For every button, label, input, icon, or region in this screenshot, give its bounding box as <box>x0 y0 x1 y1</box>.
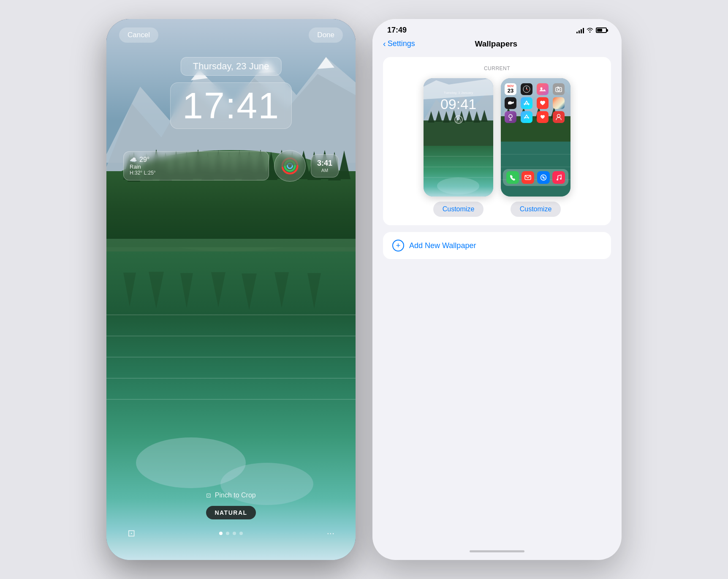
svg-point-101 <box>560 178 562 180</box>
lock-preview-background: Tuesday, 3 January 09:41 <box>424 78 493 197</box>
lock-time-mini: 09:41 <box>440 96 476 112</box>
lock-indicator-icon <box>454 115 463 124</box>
right-phone: 17:49 ‹ Settings <box>372 19 622 560</box>
svg-line-83 <box>527 89 528 90</box>
weather-widget: ☁️ 29° Rain H:32° L:25° <box>123 151 269 180</box>
section-label: CURRENT <box>391 66 603 71</box>
app-dock <box>503 169 568 186</box>
weather-range: H:32° L:25° <box>130 170 263 176</box>
back-chevron-icon: ‹ <box>383 39 386 49</box>
nav-bar: ‹ Settings Wallpapers <box>372 35 622 54</box>
svg-rect-88 <box>557 87 559 88</box>
cancel-button[interactable]: Cancel <box>119 27 158 43</box>
add-wallpaper-row[interactable]: + Add New Wallpaper <box>383 232 611 259</box>
home-screen-preview: NOV 23 <box>501 78 570 197</box>
camera-app-icon <box>553 83 565 95</box>
app3-icon <box>537 111 549 123</box>
calendar-app-icon: NOV 23 <box>505 83 516 95</box>
clock-app-icon <box>521 83 532 95</box>
svg-rect-55 <box>424 120 493 150</box>
back-button[interactable]: ‹ Settings <box>383 39 415 49</box>
dot-3 <box>233 532 236 535</box>
dot-2 <box>226 532 229 535</box>
activity-rings-icon <box>280 156 299 175</box>
alarm-widget: 3:41 AM <box>311 154 339 178</box>
filter-badge: NATURAL <box>206 506 255 519</box>
signal-bar-2 <box>579 30 580 33</box>
add-wallpaper-label: Add New Wallpaper <box>409 241 476 250</box>
app-grid: NOV 23 <box>503 82 568 125</box>
home-screen-item: NOV 23 <box>501 78 570 217</box>
signal-icon <box>576 27 584 33</box>
svg-rect-69 <box>457 119 460 122</box>
photos-app-icon <box>537 83 549 95</box>
activity-widget <box>274 150 306 182</box>
home-preview-background: NOV 23 <box>501 78 570 197</box>
mail-dock-icon <box>522 171 534 184</box>
health-app-icon <box>537 97 549 109</box>
alarm-unit: AM <box>317 168 332 173</box>
appstore-app-icon <box>521 97 532 109</box>
dot-1 <box>219 532 223 535</box>
home-customize-button[interactable]: Customize <box>511 202 561 217</box>
alarm-time: 3:41 <box>317 159 332 168</box>
lock-screen-preview: Tuesday, 3 January 09:41 <box>424 78 493 197</box>
weather-icon: ☁️ <box>130 156 137 163</box>
done-button[interactable]: Done <box>309 27 343 43</box>
lock-date-mini: Tuesday, 3 January <box>444 91 473 95</box>
bottom-nav: ⊡ ··· <box>106 528 356 539</box>
page-dots <box>219 532 243 535</box>
app2-icon <box>521 111 532 123</box>
bottom-controls: ⊡ Pinch to Crop NATURAL ⊡ ··· <box>106 492 356 539</box>
svg-marker-85 <box>539 89 546 91</box>
signal-bar-4 <box>583 28 584 33</box>
dot-4 <box>239 532 243 535</box>
pinch-label: ⊡ Pinch to Crop <box>106 492 356 499</box>
battery-icon <box>596 27 607 33</box>
add-wallpaper-icon: + <box>392 240 404 251</box>
wifi-icon <box>587 27 593 34</box>
appletv-app-icon <box>505 97 516 109</box>
status-time: 17:49 <box>387 26 407 35</box>
current-section: CURRENT <box>383 57 611 225</box>
wallpaper-content: CURRENT <box>372 54 622 262</box>
status-bar: 17:49 <box>372 19 622 35</box>
weather-temp: 29° <box>139 156 149 164</box>
lock-screen-item: Tuesday, 3 January 09:41 Customize <box>424 78 493 217</box>
widget-row: ☁️ 29° Rain H:32° L:25° 3:41 AM <box>123 150 339 182</box>
status-icons <box>576 27 607 34</box>
left-phone: Cancel Done Thursday, 23 June 17:41 ☁️ 2… <box>106 19 356 560</box>
svg-point-90 <box>509 115 512 118</box>
clips-app-icon <box>553 97 565 109</box>
svg-point-87 <box>557 88 560 91</box>
time-display: 17:41 <box>170 82 292 129</box>
battery-fill <box>597 29 602 32</box>
phone-dock-icon <box>506 171 519 184</box>
page-title: Wallpapers <box>415 39 577 49</box>
weather-description: Rain <box>130 164 263 170</box>
gallery-icon[interactable]: ⊡ <box>128 528 135 539</box>
more-icon[interactable]: ··· <box>327 528 334 539</box>
svg-rect-7 <box>106 171 356 247</box>
pinch-icon: ⊡ <box>206 492 211 499</box>
date-display: Thursday, 23 June <box>181 57 282 76</box>
back-label: Settings <box>388 39 415 48</box>
home-indicator <box>470 550 524 552</box>
safari-dock-icon <box>537 171 550 184</box>
date-text: Thursday, 23 June <box>193 61 269 71</box>
lock-customize-button[interactable]: Customize <box>433 202 484 217</box>
svg-point-68 <box>437 178 479 194</box>
svg-point-94 <box>557 115 560 117</box>
wallpaper-pair: Tuesday, 3 January 09:41 Customize <box>391 78 603 217</box>
signal-bar-3 <box>581 29 582 33</box>
music-dock-icon <box>552 171 565 184</box>
app4-icon <box>553 111 565 123</box>
podcasts-app-icon <box>505 111 516 123</box>
time-text: 17:41 <box>182 85 280 126</box>
pinch-text: Pinch to Crop <box>215 492 256 499</box>
svg-point-100 <box>557 179 558 180</box>
signal-bar-1 <box>576 32 578 33</box>
